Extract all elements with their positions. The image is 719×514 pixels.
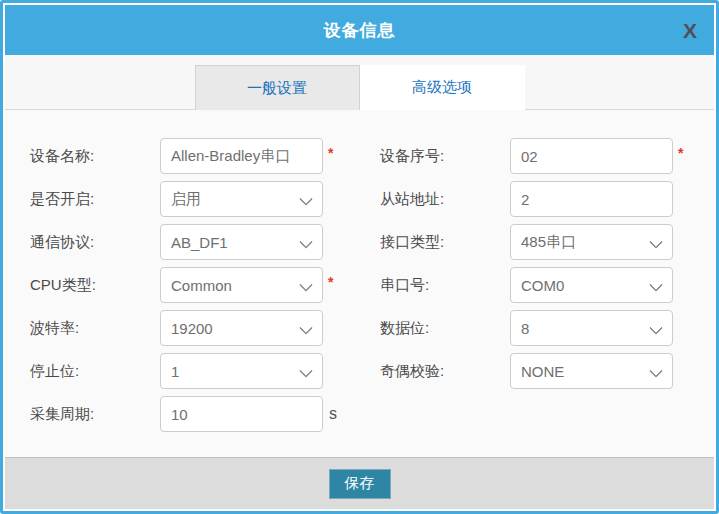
close-button[interactable]: X xyxy=(683,20,697,41)
field-label: 奇偶校验: xyxy=(380,362,510,381)
device-name-field: 设备名称: * xyxy=(5,138,350,174)
dialog-title: 设备信息 xyxy=(324,19,396,42)
chevron-down-icon xyxy=(649,321,663,335)
device-info-dialog: 设备信息 X 一般设置 高级选项 设备名称: * 设备序号: * 是否开启: 启… xyxy=(0,0,719,514)
select-value: Common xyxy=(171,277,232,294)
field-label: 串口号: xyxy=(380,276,510,295)
select-value: 485串口 xyxy=(521,233,576,252)
form-row: CPU类型: Common * 串口号: COM0 xyxy=(5,267,714,303)
field-label: 设备序号: xyxy=(380,147,510,166)
form-row: 停止位: 1 奇偶校验: NONE xyxy=(5,353,714,389)
tab-bar: 一般设置 高级选项 xyxy=(5,55,714,110)
field-label: 通信协议: xyxy=(30,233,160,252)
chevron-down-icon xyxy=(299,278,313,292)
required-asterisk: * xyxy=(328,145,333,161)
title-bar: 设备信息 X xyxy=(5,5,714,55)
field-label: 停止位: xyxy=(30,362,160,381)
parity-select[interactable]: NONE xyxy=(510,353,673,389)
select-value: 8 xyxy=(521,320,529,337)
device-serial-input[interactable] xyxy=(510,138,673,174)
tab-general-settings[interactable]: 一般设置 xyxy=(195,65,360,110)
form-area: 设备名称: * 设备序号: * 是否开启: 启用 从站地址: xyxy=(5,110,714,457)
select-value: 启用 xyxy=(171,190,201,209)
protocol-select[interactable]: AB_DF1 xyxy=(160,224,323,260)
select-value: 19200 xyxy=(171,320,213,337)
serial-port-select[interactable]: COM0 xyxy=(510,267,673,303)
required-asterisk: * xyxy=(328,274,333,290)
select-value: NONE xyxy=(521,363,564,380)
cpu-type-select[interactable]: Common xyxy=(160,267,323,303)
baud-rate-field: 波特率: 19200 xyxy=(5,310,350,346)
interface-type-field: 接口类型: 485串口 xyxy=(350,224,673,260)
protocol-field: 通信协议: AB_DF1 xyxy=(5,224,350,260)
chevron-down-icon xyxy=(299,321,313,335)
save-button[interactable]: 保存 xyxy=(329,469,391,499)
chevron-down-icon xyxy=(649,235,663,249)
field-label: 设备名称: xyxy=(30,147,160,166)
field-label: 采集周期: xyxy=(30,405,160,424)
chevron-down-icon xyxy=(299,364,313,378)
tab-advanced-options[interactable]: 高级选项 xyxy=(360,65,525,110)
required-asterisk: * xyxy=(678,145,683,161)
device-name-input[interactable] xyxy=(160,138,323,174)
form-row: 设备名称: * 设备序号: * xyxy=(5,138,714,174)
form-row: 通信协议: AB_DF1 接口类型: 485串口 xyxy=(5,224,714,260)
stop-bits-field: 停止位: 1 xyxy=(5,353,350,389)
seconds-unit-label: s xyxy=(329,405,337,423)
select-value: AB_DF1 xyxy=(171,234,228,251)
field-label: 从站地址: xyxy=(380,190,510,209)
form-row: 波特率: 19200 数据位: 8 xyxy=(5,310,714,346)
data-bits-select[interactable]: 8 xyxy=(510,310,673,346)
select-value: 1 xyxy=(171,363,179,380)
field-label: 波特率: xyxy=(30,319,160,338)
form-row: 是否开启: 启用 从站地址: xyxy=(5,181,714,217)
cpu-type-field: CPU类型: Common * xyxy=(5,267,350,303)
slave-address-input[interactable] xyxy=(510,181,673,217)
select-value: COM0 xyxy=(521,277,564,294)
field-label: CPU类型: xyxy=(30,276,160,295)
stop-bits-select[interactable]: 1 xyxy=(160,353,323,389)
collect-period-input[interactable] xyxy=(160,396,323,432)
chevron-down-icon xyxy=(649,278,663,292)
chevron-down-icon xyxy=(299,192,313,206)
chevron-down-icon xyxy=(299,235,313,249)
form-row: 采集周期: s xyxy=(5,396,714,432)
enabled-select[interactable]: 启用 xyxy=(160,181,323,217)
chevron-down-icon xyxy=(649,364,663,378)
device-serial-field: 设备序号: * xyxy=(350,138,683,174)
field-label: 是否开启: xyxy=(30,190,160,209)
field-label: 数据位: xyxy=(380,319,510,338)
slave-address-field: 从站地址: xyxy=(350,181,673,217)
serial-port-field: 串口号: COM0 xyxy=(350,267,673,303)
enabled-field: 是否开启: 启用 xyxy=(5,181,350,217)
field-label: 接口类型: xyxy=(380,233,510,252)
footer-bar: 保存 xyxy=(5,457,714,509)
baud-rate-select[interactable]: 19200 xyxy=(160,310,323,346)
data-bits-field: 数据位: 8 xyxy=(350,310,673,346)
collect-period-field: 采集周期: s xyxy=(5,396,350,432)
interface-type-select[interactable]: 485串口 xyxy=(510,224,673,260)
parity-field: 奇偶校验: NONE xyxy=(350,353,673,389)
